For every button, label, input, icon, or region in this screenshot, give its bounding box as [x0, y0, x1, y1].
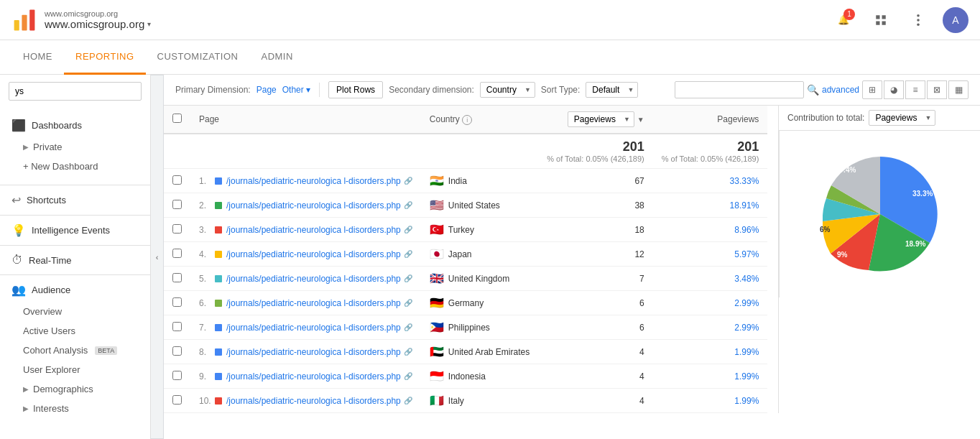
grid-icon [874, 14, 887, 27]
row-page-link-icon[interactable]: 🔗 [404, 397, 412, 405]
view-pivot-button[interactable]: ▦ [948, 80, 969, 99]
tab-customization[interactable]: CUSTOMIZATION [146, 40, 250, 75]
table-search-button[interactable]: 🔍 [807, 84, 819, 96]
row-page-link[interactable]: /journals/pediatric-neurologica l-disord… [226, 323, 401, 333]
table-row: 6. /journals/pediatric-neurologica l-dis… [164, 291, 767, 315]
table-chart-wrapper: Page Country i Pageviews [164, 106, 980, 413]
shortcuts-icon: ↩ [11, 193, 21, 207]
row-page-link[interactable]: /journals/pediatric-neurologica l-disord… [226, 176, 401, 186]
row-page-link-icon[interactable]: 🔗 [404, 372, 412, 380]
svg-rect-4 [882, 15, 886, 19]
sidebar-item-overview[interactable]: Overview [0, 302, 150, 321]
expand-demographics-icon: ▶ [23, 385, 29, 393]
row-checkbox[interactable] [172, 249, 182, 258]
view-pie-button[interactable]: ◕ [884, 80, 904, 99]
svg-rect-5 [876, 21, 879, 24]
site-url-main-btn[interactable]: www.omicsgroup.org ▾ [45, 18, 151, 30]
sidebar-item-demographics[interactable]: ▶ Demographics [0, 379, 150, 399]
row-checkbox[interactable] [172, 371, 182, 380]
plot-rows-button[interactable]: Plot Rows [328, 81, 383, 98]
audience-icon: 👥 [11, 283, 26, 297]
row-page-link-icon[interactable]: 🔗 [404, 323, 412, 331]
sidebar-item-audience[interactable]: 👥 Audience [0, 278, 150, 302]
tab-reporting[interactable]: REPORTING [64, 40, 146, 75]
row-checkbox[interactable] [172, 175, 182, 185]
row-page-link-icon[interactable]: 🔗 [404, 226, 412, 234]
tab-admin[interactable]: ADMIN [249, 40, 304, 75]
pageviews-metric-select[interactable]: Pageviews [568, 111, 634, 127]
sidebar-item-new-dashboard[interactable]: + New Dashboard [0, 157, 150, 176]
contribution-metric-select[interactable]: Pageviews [869, 110, 935, 126]
sidebar-item-private[interactable]: ▶ Private [0, 137, 150, 157]
row-page-link-icon[interactable]: 🔗 [404, 348, 412, 356]
row-page-link[interactable]: /journals/pediatric-neurologica l-disord… [226, 274, 401, 284]
notification-button[interactable]: 🔔 1 [831, 7, 856, 33]
row-page-link[interactable]: /journals/pediatric-neurologica l-disord… [226, 396, 401, 406]
row-page-cell: 2. /journals/pediatric-neurologica l-dis… [190, 193, 421, 218]
row-color-dot [215, 348, 222, 356]
sidebar-item-shortcuts[interactable]: ↩ Shortcuts [0, 188, 150, 212]
row-checkbox[interactable] [172, 224, 182, 234]
view-data-button[interactable]: ⊞ [862, 80, 882, 99]
view-comparison-button[interactable]: ⊠ [927, 80, 947, 99]
grid-icon-button[interactable] [868, 7, 894, 33]
table-search-input[interactable] [675, 81, 804, 98]
row-page-link-icon[interactable]: 🔗 [404, 274, 412, 282]
row-checkbox[interactable] [172, 273, 182, 282]
row-page-link[interactable]: /journals/pediatric-neurologica l-disord… [226, 249, 401, 259]
data-table-wrapper: Page Country i Pageviews [164, 106, 778, 413]
other-dimension-link[interactable]: Other ▾ [282, 85, 310, 95]
view-performance-button[interactable]: ≡ [905, 80, 925, 99]
row-page-link[interactable]: /journals/pediatric-neurologica l-disord… [226, 347, 401, 357]
pie-label-6: 6% [820, 226, 831, 234]
sidebar-item-user-explorer[interactable]: User Explorer [0, 360, 150, 379]
row-percent: 1.99% [653, 389, 768, 413]
sidebar-item-cohort-analysis[interactable]: Cohort Analysis BETA [0, 341, 150, 360]
svg-point-8 [917, 19, 920, 22]
row-page-link-icon[interactable]: 🔗 [404, 250, 412, 258]
contribution-label: Contribution to total: [787, 113, 864, 123]
row-checkbox[interactable] [172, 200, 182, 209]
audience-label: Audience [32, 285, 70, 295]
select-all-checkbox[interactable] [172, 114, 182, 123]
tab-home[interactable]: HOME [11, 40, 64, 75]
page-dimension-link[interactable]: Page [256, 85, 277, 95]
row-page-link[interactable]: /journals/pediatric-neurologica l-disord… [226, 200, 401, 211]
advanced-link[interactable]: advanced [822, 85, 859, 95]
row-checkbox[interactable] [172, 346, 182, 356]
row-flag: 🇹🇷 [430, 223, 444, 236]
row-pageviews: 12 [538, 242, 653, 267]
expand-private-icon: ▶ [23, 143, 29, 151]
sort-desc-icon[interactable]: ▼ [637, 116, 644, 124]
sidebar-item-intelligence[interactable]: 💡 Intelligence Events [0, 218, 150, 242]
sidebar-item-realtime[interactable]: ⏱ Real-Time [0, 249, 150, 272]
shortcuts-label: Shortcuts [27, 195, 66, 205]
sidebar-search-input[interactable] [9, 82, 142, 101]
row-num: 5. [199, 274, 212, 284]
data-table: Page Country i Pageviews [164, 106, 767, 413]
row-page-link[interactable]: /journals/pediatric-neurologica l-disord… [226, 298, 401, 308]
row-page-link[interactable]: /journals/pediatric-neurologica l-disord… [226, 371, 401, 382]
row-num: 1. [199, 176, 212, 186]
row-checkbox[interactable] [172, 395, 182, 405]
sidebar-item-active-users[interactable]: Active Users [0, 321, 150, 341]
sidebar-collapse-button[interactable]: ‹ [151, 75, 164, 439]
pageviews-metric-select-wrapper: Pageviews [568, 111, 634, 127]
secondary-dimension-select[interactable]: Country [480, 82, 535, 98]
country-info-icon[interactable]: i [462, 115, 472, 125]
row-color-dot [215, 397, 222, 405]
row-page-link-icon[interactable]: 🔗 [404, 299, 412, 307]
row-page-link-icon[interactable]: 🔗 [404, 201, 412, 209]
row-page-link-icon[interactable]: 🔗 [404, 177, 412, 185]
sidebar-item-interests[interactable]: ▶ Interests [0, 399, 150, 418]
row-checkbox[interactable] [172, 322, 182, 331]
sort-type-select[interactable]: Default [586, 82, 638, 98]
row-num: 9. [199, 371, 212, 382]
row-color-dot [215, 300, 222, 307]
row-page-link[interactable]: /journals/pediatric-neurologica l-disord… [226, 225, 401, 235]
private-label: Private [33, 142, 62, 152]
user-avatar[interactable]: A [943, 7, 969, 33]
row-checkbox[interactable] [172, 297, 182, 307]
sidebar-item-dashboards[interactable]: ⬛ Dashboards [0, 114, 150, 137]
more-vert-button[interactable] [905, 7, 931, 33]
